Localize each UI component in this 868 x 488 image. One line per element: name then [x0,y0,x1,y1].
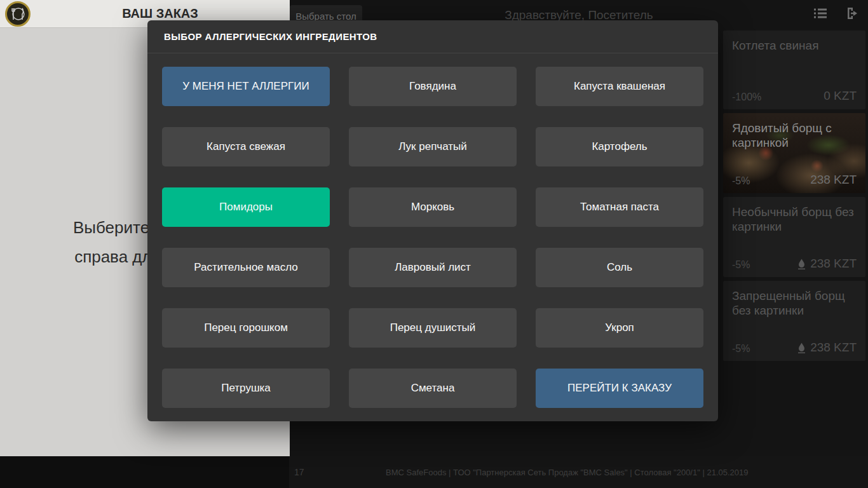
allergen-button-16[interactable]: Сметана [349,369,517,408]
allergen-grid: У МЕНЯ НЕТ АЛЛЕРГИИГовядинаКапуста кваше… [147,53,718,421]
discount-badge: -5% [732,343,750,355]
menu-card-price: 238 KZT [810,257,857,271]
modal-title: ВЫБОР АЛЛЕРГИЧЕСКИХ ИНГРЕДИЕНТОВ [164,31,377,42]
allergen-button-0[interactable]: У МЕНЯ НЕТ АЛЛЕРГИИ [162,67,330,106]
allergen-button-9[interactable]: Растительное масло [162,248,330,287]
order-list-icon[interactable] [813,6,827,20]
menu-card-title: Котлета свиная [732,38,857,53]
modal-header: ВЫБОР АЛЛЕРГИЧЕСКИХ ИНГРЕДИЕНТОВ [147,20,718,53]
allergen-button-1[interactable]: Говядина [349,67,517,106]
allergen-drop-icon [797,342,806,353]
allergen-button-15[interactable]: Петрушка [162,369,330,408]
allergen-button-5[interactable]: Картофель [536,127,703,166]
menu-card-title: Ядовитый борщ с картинкой [732,121,857,150]
discount-badge: -5% [732,259,750,271]
logout-icon[interactable] [845,6,859,20]
allergen-button-7[interactable]: Морковь [349,187,517,227]
page-title: ВАШ ЗАКАЗ [31,6,290,21]
page-number: 17 [294,467,304,477]
menu-item-list: Котлета свиная-100%0 KZTЯдовитый борщ с … [723,30,865,361]
allergen-button-10[interactable]: Лавровый лист [349,248,517,287]
footer-bar: 17 BMC SafeFoods | ТОО "Партнерская Сеть… [0,456,868,488]
menu-card[interactable]: Запрещенный борщ без картинки-5%238 KZT [723,281,865,361]
menu-card[interactable]: Ядовитый борщ с картинкой-5%238 KZT [723,113,865,193]
allergen-button-14[interactable]: Укроп [536,308,703,348]
allergen-button-11[interactable]: Соль [536,248,703,287]
allergen-button-3[interactable]: Капуста свежая [162,127,330,166]
discount-badge: -100% [732,92,761,103]
allergen-button-13[interactable]: Перец душистый [349,308,517,348]
menu-card-title: Запрещенный борщ без картинки [732,288,857,318]
menu-card-price: 238 KZT [810,173,857,187]
allergen-selection-modal: ВЫБОР АЛЛЕРГИЧЕСКИХ ИНГРЕДИЕНТОВ У МЕНЯ … [147,20,718,421]
menu-card-price: 0 KZT [824,89,857,103]
allergen-button-12[interactable]: Перец горошком [162,308,330,348]
menu-card[interactable]: Необычный борщ без картинки-5%238 KZT [723,197,865,277]
restaurant-logo-icon [5,1,31,27]
allergen-drop-icon [797,259,806,269]
allergen-button-17[interactable]: ПЕРЕЙТИ К ЗАКАЗУ [536,369,703,408]
discount-badge: -5% [732,175,750,187]
allergen-button-2[interactable]: Капуста квашеная [536,67,703,106]
menu-card-title: Необычный борщ без картинки [732,205,857,234]
menu-card-price: 238 KZT [810,341,857,355]
menu-card[interactable]: Котлета свиная-100%0 KZT [723,30,865,109]
allergen-button-4[interactable]: Лук репчатый [349,127,517,166]
allergen-button-6[interactable]: Помидоры [162,187,330,227]
allergen-button-8[interactable]: Томатная паста [536,187,703,227]
footer-info: BMC SafeFoods | ТОО "Партнерская Сеть Пр… [304,468,868,477]
